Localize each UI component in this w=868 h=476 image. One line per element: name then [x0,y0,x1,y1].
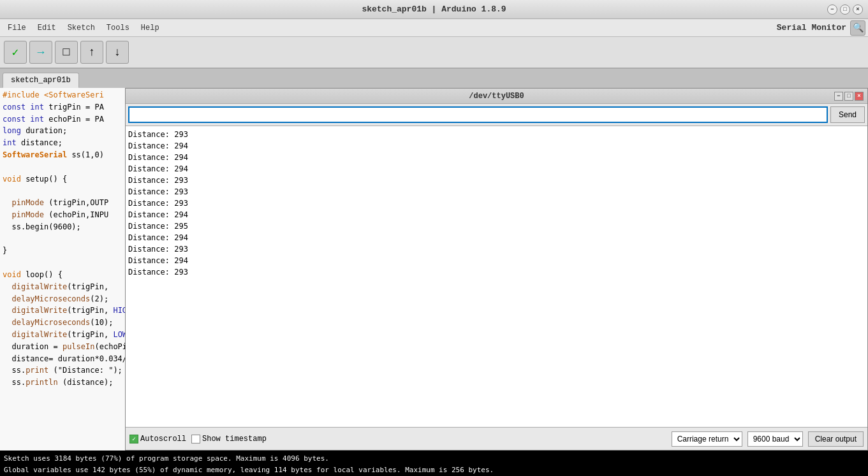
serial-monitor-label: Serial Monitor 🔍 [777,20,865,36]
code-line: long duration; [0,125,127,137]
serial-maximize-button[interactable]: □ [844,92,853,101]
output-line: Distance: 293 [128,129,865,140]
window-title: sketch_apr01b | Arduino 1.8.9 [362,4,506,14]
code-line: #include <SoftwareSeri [0,89,127,101]
output-line: Distance: 293 [128,266,865,278]
output-line: Distance: 294 [128,232,865,243]
autoscroll-label[interactable]: ✓ Autoscroll [129,435,186,444]
code-line: pinMode (trigPin,OUTP [0,197,127,209]
main-area: #include <SoftwareSeri const int trigPin… [0,88,868,451]
timestamp-checkbox[interactable] [191,435,200,444]
code-line: void loop() { [0,269,127,281]
toolbar: ✓ → □ ↑ ↓ [0,37,868,69]
autoscroll-text: Autoscroll [140,435,186,444]
menu-edit[interactable]: Edit [33,22,61,34]
serial-input[interactable] [128,106,828,123]
code-line: const int trigPin = PA [0,101,127,113]
code-line: pinMode (echoPin,INPU [0,209,127,221]
serial-output[interactable]: Distance: 293Distance: 294Distance: 294D… [126,126,867,427]
timestamp-text: Show timestamp [202,435,267,444]
show-timestamp-label[interactable]: Show timestamp [191,435,267,444]
send-button[interactable]: Send [830,106,865,123]
output-line: Distance: 293 [128,175,865,186]
menu-file[interactable]: File [3,22,31,34]
output-line: Distance: 294 [128,152,865,163]
line-ending-select[interactable]: No line endingNewlineCarriage returnBoth… [672,431,742,447]
menu-tools[interactable]: Tools [101,22,135,34]
code-line [0,233,127,245]
code-line [0,257,127,269]
output-line: Distance: 293 [128,198,865,209]
code-line: void setup() { [0,173,127,185]
serial-monitor-titlebar: /dev/ttyUSB0 − □ × [126,89,867,104]
close-button[interactable]: × [853,4,863,15]
menu-bar: File Edit Sketch Tools Help Serial Monit… [0,19,868,37]
autoscroll-checkbox[interactable]: ✓ [129,435,138,444]
output-line: Distance: 293 [128,186,865,198]
code-line: ss.print ("Distance: "); [0,364,127,377]
code-line: delayMicroseconds(10); [0,317,127,329]
save-button[interactable]: ↓ [106,41,129,64]
code-line: const int echoPin = PA [0,113,127,126]
baud-rate-select[interactable]: 3001200240048009600 baud1920038400576007… [747,431,803,447]
output-line: Distance: 294 [128,209,865,220]
new-button[interactable]: □ [55,41,78,64]
maximize-button[interactable]: □ [840,4,850,15]
serial-monitor-title: /dev/ttyUSB0 [469,92,524,101]
code-line: ss.begin(9600); [0,221,127,233]
code-line: ss.println (distance); [0,377,127,389]
title-bar: sketch_apr01b | Arduino 1.8.9 − □ × [0,0,868,19]
code-line: digitalWrite(trigPin, LOW); [0,329,127,341]
tab-bar: sketch_apr01b [0,69,868,88]
output-line: Distance: 294 [128,255,865,266]
code-line [0,161,127,173]
serial-input-bar: Send [126,104,867,126]
serial-close-button[interactable]: × [855,92,864,101]
serial-monitor-window: /dev/ttyUSB0 − □ × Send Distance: 293Dis… [125,88,868,451]
code-line: int distance; [0,137,127,149]
output-line: Distance: 294 [128,163,865,175]
console-line-2: Global variables use 142 bytes (55%) of … [4,465,864,476]
code-line: duration = pulseIn(echoPin, HIGH); [0,341,127,353]
window-controls: − □ × [827,4,863,15]
tab-sketch[interactable]: sketch_apr01b [3,73,79,88]
code-line: digitalWrite(trigPin, [0,281,127,293]
menu-sketch[interactable]: Sketch [63,22,100,34]
serial-search-button[interactable]: 🔍 [850,20,865,36]
code-line: delayMicroseconds(2); [0,293,127,305]
editor-pane: #include <SoftwareSeri const int trigPin… [0,88,128,451]
output-line: Distance: 294 [128,140,865,152]
code-line: } [0,245,127,257]
serial-minimize-button[interactable]: − [834,92,843,101]
code-line: SoftwareSerial ss(1,0) [0,149,127,161]
verify-button[interactable]: ✓ [4,41,27,64]
code-line [0,185,127,197]
console-line-1: Sketch uses 3184 bytes (77%) of program … [4,453,864,465]
code-line: distance= duration*0.034/2; [0,353,127,365]
output-line: Distance: 295 [128,220,865,232]
open-button[interactable]: ↑ [80,41,103,64]
serial-monitor-win-controls: − □ × [834,92,864,101]
upload-button[interactable]: → [29,41,52,64]
console-area: Sketch uses 3184 bytes (77%) of program … [0,451,868,476]
output-line: Distance: 293 [128,243,865,255]
clear-output-button[interactable]: Clear output [808,431,864,447]
menu-help[interactable]: Help [136,22,165,34]
minimize-button[interactable]: − [827,4,837,15]
serial-output-area: Distance: 293Distance: 294Distance: 294D… [126,126,867,427]
code-line: digitalWrite(trigPin, HIGH); [0,305,127,317]
serial-bottom-bar: ✓ Autoscroll Show timestamp No line endi… [126,427,867,450]
